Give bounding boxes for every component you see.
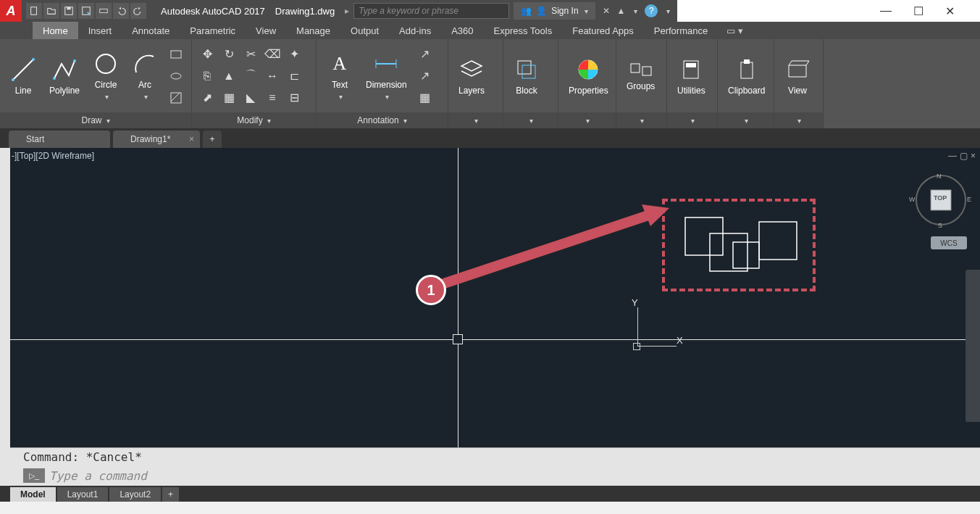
save-icon[interactable]: [61, 3, 77, 19]
explode-icon[interactable]: ✦: [285, 45, 303, 64]
vp-close-icon[interactable]: ×: [971, 151, 976, 161]
app-logo[interactable]: A: [0, 0, 22, 22]
vp-max-icon[interactable]: ▢: [960, 151, 968, 161]
tool-circle[interactable]: Circle▾: [88, 48, 123, 104]
rectangle-icon[interactable]: [167, 45, 185, 64]
panel-title-modify[interactable]: Modify ▾: [192, 112, 316, 128]
svg-rect-2: [67, 7, 70, 10]
document-tabs: Start Drawing1*× +: [0, 129, 980, 148]
tab-view[interactable]: View: [246, 22, 286, 39]
scale-icon[interactable]: ⬈: [198, 88, 217, 107]
search-input[interactable]: Type a keyword or phrase: [353, 3, 509, 19]
view-cube[interactable]: N E S W TOP: [915, 174, 967, 226]
close-icon[interactable]: ✕: [945, 4, 955, 18]
tab-a360[interactable]: A360: [441, 22, 483, 39]
hatch-icon[interactable]: [167, 88, 185, 107]
viewport-label[interactable]: -][Top][2D Wireframe]: [12, 151, 94, 161]
signin-button[interactable]: 👥 👤 Sign In ▾: [514, 2, 595, 20]
mleader-icon[interactable]: ↗: [416, 67, 435, 86]
tab-manage[interactable]: Manage: [286, 22, 340, 39]
compass-s-label: S: [938, 222, 942, 229]
command-prompt-icon[interactable]: ▷_: [23, 468, 45, 483]
rotate-icon[interactable]: ↻: [219, 45, 238, 64]
tool-block[interactable]: Block: [509, 54, 544, 99]
vp-min-icon[interactable]: —: [948, 151, 957, 161]
table-icon[interactable]: ▦: [416, 88, 435, 107]
exchange-icon[interactable]: ✕: [603, 6, 610, 16]
tab-featured[interactable]: Featured Apps: [562, 22, 644, 39]
panel-utilities-dd[interactable]: ▾: [667, 112, 717, 128]
copy-icon[interactable]: ⎘: [198, 67, 217, 86]
panel-clipboard-dd[interactable]: ▾: [718, 112, 774, 128]
ribbon-options-icon[interactable]: ▭ ▾: [726, 22, 743, 39]
tab-performance[interactable]: Performance: [644, 22, 718, 39]
open-icon[interactable]: [43, 3, 59, 19]
layout-tab-model[interactable]: Model: [10, 487, 56, 502]
command-input[interactable]: Type a command: [49, 469, 147, 483]
ucs-y-axis: [637, 307, 638, 347]
command-input-row[interactable]: ▷_ Type a command: [10, 465, 980, 486]
wcs-badge[interactable]: WCS: [931, 236, 967, 249]
a360-icon[interactable]: ▲: [617, 6, 626, 16]
undo-icon[interactable]: [113, 3, 129, 19]
navigation-bar[interactable]: [966, 270, 980, 422]
draw-extra-tools: [167, 45, 185, 107]
tool-properties[interactable]: Properties: [564, 54, 613, 99]
chamfer-icon[interactable]: ◣: [241, 88, 260, 107]
erase-icon[interactable]: ⌫: [263, 45, 282, 64]
tab-express[interactable]: Express Tools: [484, 22, 563, 39]
svg-line-27: [437, 213, 655, 286]
layout-tab-add[interactable]: +: [162, 487, 179, 502]
tab-annotate[interactable]: Annotate: [122, 22, 180, 39]
panel-block-dd[interactable]: ▾: [503, 112, 558, 128]
trim-icon[interactable]: ✂: [241, 45, 260, 64]
leader-icon[interactable]: ↗: [416, 45, 435, 64]
move-icon[interactable]: ✥: [198, 45, 217, 64]
drawing-canvas[interactable]: -][Top][2D Wireframe] — ▢ × Y X 1 N E S …: [10, 148, 980, 447]
tool-line[interactable]: Line: [6, 54, 41, 99]
doc-tab-start[interactable]: Start: [9, 130, 110, 148]
tool-clipboard[interactable]: Clipboard: [724, 54, 769, 99]
help-icon[interactable]: ?: [645, 4, 658, 17]
flyout-icon[interactable]: ▸: [340, 6, 353, 16]
polyline-icon: [51, 57, 78, 83]
maximize-icon[interactable]: ☐: [913, 4, 924, 18]
panel-view-dd[interactable]: ▾: [774, 112, 823, 128]
layout-tab-layout2[interactable]: Layout2: [109, 487, 161, 502]
tool-arc[interactable]: Arc▾: [127, 48, 162, 104]
tab-insert[interactable]: Insert: [78, 22, 122, 39]
saveas-icon[interactable]: [78, 3, 94, 19]
panel-layers-dd[interactable]: ▾: [448, 112, 503, 128]
panel-properties-dd[interactable]: ▾: [558, 112, 616, 128]
tool-polyline[interactable]: Polyline: [45, 54, 84, 99]
panel-title-draw[interactable]: Draw ▾: [0, 112, 191, 128]
tab-parametric[interactable]: Parametric: [180, 22, 246, 39]
align-icon[interactable]: ≡: [263, 88, 282, 107]
layout-tab-layout1[interactable]: Layout1: [57, 487, 109, 502]
panel-title-annotation[interactable]: Annotation ▾: [317, 112, 448, 128]
break-icon[interactable]: ⊟: [285, 88, 303, 107]
offset-icon[interactable]: ⊏: [285, 67, 303, 86]
tool-layers[interactable]: Layers: [454, 54, 489, 99]
tool-view[interactable]: View: [780, 54, 815, 99]
tab-output[interactable]: Output: [340, 22, 389, 39]
minimize-icon[interactable]: —: [880, 4, 892, 18]
fillet-icon[interactable]: ⌒: [241, 67, 260, 86]
panel-groups-dd[interactable]: ▾: [616, 112, 666, 128]
close-tab-icon[interactable]: ×: [189, 134, 194, 144]
tool-text[interactable]: A Text▾: [322, 48, 357, 104]
doc-tab-drawing1[interactable]: Drawing1*×: [113, 130, 200, 148]
array-icon[interactable]: ▦: [219, 88, 238, 107]
mirror-icon[interactable]: ▲: [219, 67, 238, 86]
plot-icon[interactable]: [96, 3, 112, 19]
ellipse-icon[interactable]: [167, 67, 185, 86]
stretch-icon[interactable]: ↔: [263, 67, 282, 86]
tool-utilities[interactable]: Utilities: [673, 54, 710, 99]
tool-dimension[interactable]: Dimension▾: [361, 48, 411, 104]
tool-groups[interactable]: Groups: [622, 58, 659, 94]
tab-home[interactable]: Home: [33, 22, 78, 39]
doc-tab-add[interactable]: +: [203, 130, 222, 148]
new-icon[interactable]: [26, 3, 42, 19]
redo-icon[interactable]: [130, 3, 146, 19]
tab-addins[interactable]: Add-ins: [389, 22, 441, 39]
